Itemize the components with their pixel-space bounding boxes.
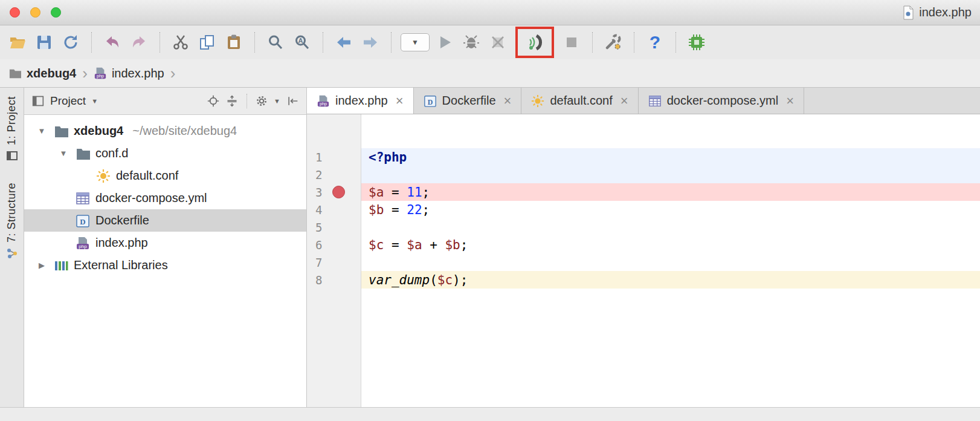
open-button[interactable]	[6, 31, 29, 54]
code-line-4[interactable]: $b = 22;	[361, 201, 980, 218]
debug-button[interactable]	[460, 31, 483, 54]
gutter-line-1[interactable]: 1	[307, 148, 361, 166]
gutter-line-7[interactable]: 7	[307, 253, 361, 271]
run-with-coverage-button[interactable]	[486, 31, 509, 54]
stop-button[interactable]	[560, 31, 583, 54]
project-panel-header: Project ▼ ▼	[24, 88, 306, 115]
token-operator: =	[384, 203, 407, 217]
tab-dockerfile[interactable]: D Dockerfile ×	[414, 88, 522, 114]
replace-button[interactable]: A	[291, 31, 314, 54]
toolbar-separator	[254, 32, 255, 53]
tool-window-button-project[interactable]: 1: Project	[5, 96, 18, 162]
chip-plugin-icon	[688, 34, 705, 51]
tool-window-button-structure[interactable]: 7: Structure	[5, 183, 18, 259]
code-line-1[interactable]: <?php	[361, 148, 980, 166]
listen-php-debug-button[interactable]	[523, 31, 546, 54]
gutter-line-6[interactable]: 6	[307, 236, 361, 253]
save-icon	[36, 34, 53, 51]
svg-text:php: php	[320, 101, 327, 106]
line-number[interactable]: 7	[315, 256, 322, 269]
navigate-forward-button[interactable]	[359, 31, 382, 54]
token-number: 11	[407, 185, 422, 200]
close-window-button[interactable]	[10, 7, 20, 18]
tree-row-dockerfile[interactable]: D Dockerfile	[24, 209, 306, 232]
chevron-down-icon[interactable]: ▼	[57, 149, 70, 158]
breadcrumb-item-index-php[interactable]: php index.php	[94, 67, 164, 80]
project-panel: Project ▼ ▼ ▼ xdebug4 ~/web/sit	[24, 88, 307, 407]
redo-button[interactable]	[127, 31, 150, 54]
tab-default-conf[interactable]: default.conf ×	[521, 88, 638, 114]
close-icon[interactable]: ×	[621, 94, 628, 108]
locate-icon[interactable]	[207, 94, 220, 108]
collapse-all-icon[interactable]	[286, 94, 299, 108]
settings-button[interactable]	[602, 31, 625, 54]
cut-button[interactable]	[169, 31, 192, 54]
find-button[interactable]	[264, 31, 287, 54]
split-icon[interactable]	[225, 94, 239, 108]
coverage-icon	[489, 34, 506, 51]
tree-row-index-php[interactable]: php index.php	[24, 232, 306, 254]
token-operator: +	[422, 238, 445, 252]
tree-row-xdebug4[interactable]: ▼ xdebug4 ~/web/site/xdebug4	[24, 120, 306, 142]
token-number: 22	[407, 203, 422, 217]
code-line-7[interactable]	[361, 253, 980, 271]
code-line-5[interactable]	[361, 218, 980, 236]
token-variable: $a	[407, 238, 422, 252]
gear-dropdown-icon[interactable]: ▼	[274, 97, 280, 105]
code-line-3[interactable]: $a = 11;	[361, 183, 980, 201]
tree-row-external-libraries[interactable]: ▶ External Libraries	[24, 254, 306, 276]
gutter-line-8[interactable]: 8	[307, 271, 361, 289]
navigate-back-button[interactable]	[332, 31, 355, 54]
token-semicolon: ;	[460, 238, 468, 252]
copy-button[interactable]	[196, 31, 219, 54]
chevron-down-icon[interactable]: ▼	[35, 126, 48, 135]
dropdown-arrow-icon: ▼	[411, 38, 419, 47]
paste-clipboard-icon	[225, 34, 242, 51]
tree-row-default-conf[interactable]: default.conf	[24, 165, 306, 187]
tree-row-conf-d[interactable]: ▼ conf.d	[24, 142, 306, 165]
editor: php index.php × D Dockerfile × default.c…	[307, 88, 980, 407]
tab-docker-compose[interactable]: docker-compose.yml ×	[639, 88, 804, 114]
save-button[interactable]	[33, 31, 56, 54]
undo-button[interactable]	[101, 31, 124, 54]
token-variable: $b	[369, 203, 384, 217]
gutter-line-2[interactable]: 2	[307, 166, 361, 183]
tree-item-label: conf.d	[95, 146, 128, 160]
gutter-line-3[interactable]: 3	[307, 183, 361, 201]
project-panel-title: Project	[50, 94, 86, 108]
line-number[interactable]: 2	[315, 168, 322, 181]
gear-icon[interactable]	[255, 94, 268, 108]
code-line-2[interactable]	[361, 166, 980, 183]
tab-index-php[interactable]: php index.php ×	[307, 88, 414, 114]
main-area: 1: Project 7: Structure Project ▼	[0, 88, 980, 407]
close-icon[interactable]: ×	[504, 94, 512, 108]
run-configurations-dropdown[interactable]: ▼	[401, 33, 430, 51]
line-number[interactable]: 8	[315, 273, 322, 287]
run-button[interactable]	[433, 31, 456, 54]
line-number[interactable]: 5	[315, 221, 322, 234]
line-number[interactable]: 4	[315, 203, 322, 217]
close-icon[interactable]: ×	[786, 94, 794, 108]
plugins-button[interactable]	[685, 31, 708, 54]
toolbar: A ▼ ?	[0, 25, 980, 59]
breakpoint-icon[interactable]	[332, 186, 345, 198]
help-button[interactable]: ?	[643, 31, 666, 54]
synchronize-button[interactable]	[59, 31, 82, 54]
line-number[interactable]: 3	[315, 186, 322, 199]
line-number[interactable]: 6	[315, 238, 322, 252]
close-icon[interactable]: ×	[396, 94, 404, 108]
breadcrumb-item-xdebug4[interactable]: xdebug4	[8, 67, 76, 80]
gutter-line-4[interactable]: 4	[307, 201, 361, 218]
zoom-window-button[interactable]	[51, 7, 61, 18]
code-line-6[interactable]: $c = $a + $b;	[361, 236, 980, 253]
code-area[interactable]: <?php $a = 11; $b = 22; $c = $a + $b; va…	[361, 114, 980, 407]
chevron-right-icon[interactable]: ▶	[35, 261, 48, 270]
redo-icon	[131, 34, 147, 51]
minimize-window-button[interactable]	[30, 7, 40, 18]
view-dropdown-icon[interactable]: ▼	[91, 97, 98, 105]
gutter-line-5[interactable]: 5	[307, 218, 361, 236]
paste-button[interactable]	[222, 31, 245, 54]
line-number[interactable]: 1	[315, 151, 322, 164]
code-line-8[interactable]: var_dump($c);	[361, 271, 980, 289]
tree-row-docker-compose[interactable]: docker-compose.yml	[24, 187, 306, 209]
